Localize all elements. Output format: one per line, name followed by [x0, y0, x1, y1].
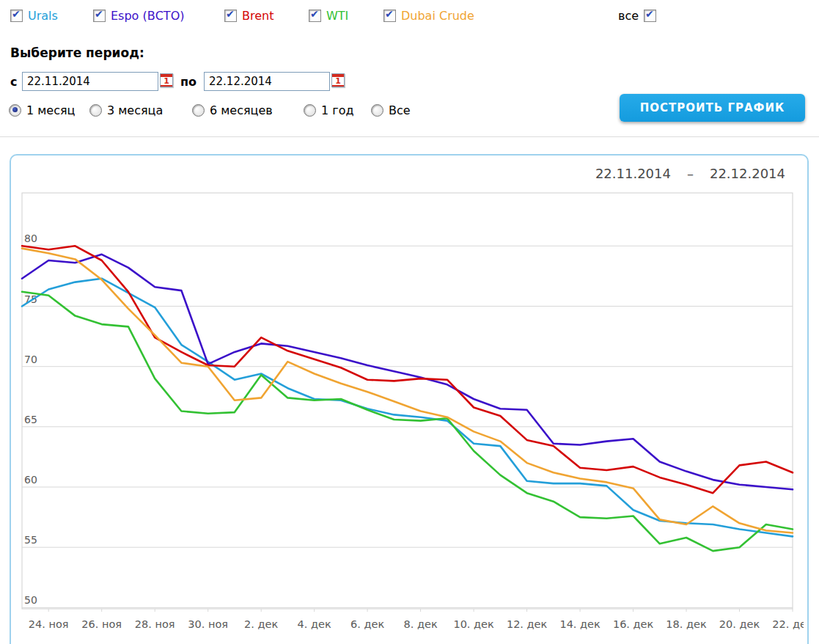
radio-1-month[interactable] — [9, 104, 21, 117]
preset-6-months: 6 месяцев — [192, 103, 273, 117]
calendar-to-icon[interactable]: 1 — [331, 73, 345, 87]
radio-1-year[interactable] — [304, 104, 316, 117]
calendar-bottom-bar — [332, 85, 344, 87]
svg-text:80: 80 — [24, 233, 37, 244]
svg-text:24. ноя: 24. ноя — [29, 618, 69, 630]
svg-text:14. дек: 14. дек — [559, 618, 601, 630]
svg-text:6. дек: 6. дек — [350, 618, 384, 630]
filter-urals: Urals — [10, 7, 58, 23]
wti-checkbox[interactable] — [309, 10, 321, 22]
filter-espo: Espo (ВСТО) — [93, 7, 184, 23]
range-end-date: 22.12.2014 — [710, 166, 785, 181]
urals-checkbox[interactable] — [10, 10, 23, 22]
svg-text:8. дек: 8. дек — [404, 618, 438, 630]
radio-all-label[interactable]: Все — [389, 103, 411, 117]
svg-text:10. дек: 10. дек — [453, 618, 494, 630]
radio-1-year-label[interactable]: 1 год — [321, 103, 354, 117]
build-chart-button[interactable]: ПОСТРОИТЬ ГРАФИК — [620, 94, 805, 122]
date-to-input[interactable] — [204, 72, 330, 91]
calendar-from-icon[interactable]: 1 — [160, 73, 173, 87]
svg-text:12. дек: 12. дек — [507, 618, 548, 630]
filter-dubai: Dubai Crude — [383, 7, 474, 23]
date-from-input[interactable] — [22, 72, 158, 91]
section-divider — [0, 136, 819, 137]
dubai-checkbox[interactable] — [383, 10, 396, 22]
filter-brent: Brent — [224, 7, 273, 23]
svg-text:70: 70 — [24, 354, 37, 365]
date-row: с 1 по 1 — [0, 72, 819, 94]
svg-text:28. ноя: 28. ноя — [135, 618, 175, 630]
date-to-label: по — [180, 75, 197, 89]
oil-price-chart: 5055606570758024. ноя26. ноя28. ноя30. н… — [12, 191, 804, 642]
dubai-label[interactable]: Dubai Crude — [401, 9, 474, 23]
radio-3-months-label[interactable]: 3 месяца — [107, 103, 163, 117]
svg-text:20. дек: 20. дек — [719, 618, 760, 630]
svg-text:65: 65 — [24, 414, 37, 425]
filter-wti: WTI — [309, 7, 348, 23]
range-start-date: 22.11.2014 — [595, 166, 671, 181]
date-from-label: с — [10, 75, 17, 89]
svg-text:26. ноя: 26. ноя — [81, 618, 122, 630]
chart-panel: 22.11.2014–22.12.2014 5055606570758024. … — [10, 154, 809, 644]
svg-text:50: 50 — [24, 594, 37, 606]
brent-label[interactable]: Brent — [242, 9, 273, 23]
radio-6-months[interactable] — [192, 104, 205, 117]
radio-1-month-label[interactable]: 1 месяц — [26, 103, 76, 117]
calendar-bottom-bar — [161, 85, 172, 87]
preset-1-year: 1 год — [304, 103, 354, 117]
svg-text:4. дек: 4. дек — [298, 618, 331, 630]
preset-3-months: 3 месяца — [89, 103, 163, 117]
radio-3-months[interactable] — [89, 104, 102, 117]
svg-text:55: 55 — [24, 534, 37, 546]
radio-all[interactable] — [371, 104, 383, 117]
svg-text:22. дек: 22. дек — [772, 618, 804, 630]
svg-text:16. дек: 16. дек — [613, 618, 654, 630]
filter-all: все — [618, 7, 656, 23]
svg-text:60: 60 — [24, 474, 37, 486]
espo-checkbox[interactable] — [93, 10, 106, 22]
period-heading: Выберите период: — [10, 45, 144, 60]
preset-1-month: 1 месяц — [9, 103, 76, 117]
svg-text:2. дек: 2. дек — [244, 618, 278, 630]
all-label[interactable]: все — [618, 9, 639, 23]
range-separator: – — [687, 166, 694, 181]
preset-all: Все — [371, 103, 411, 117]
all-checkbox[interactable] — [644, 10, 656, 22]
oil-filters-row: Urals Espo (ВСТО) Brent WTI Dubai Crude … — [0, 7, 819, 25]
brent-checkbox[interactable] — [224, 10, 237, 22]
svg-text:30. ноя: 30. ноя — [188, 618, 228, 630]
radio-6-months-label[interactable]: 6 месяцев — [210, 103, 273, 117]
chart-date-range: 22.11.2014–22.12.2014 — [595, 166, 785, 181]
espo-label[interactable]: Espo (ВСТО) — [111, 9, 184, 23]
urals-label[interactable]: Urals — [28, 9, 58, 23]
svg-text:18. дек: 18. дек — [666, 618, 707, 630]
wti-label[interactable]: WTI — [326, 9, 348, 23]
